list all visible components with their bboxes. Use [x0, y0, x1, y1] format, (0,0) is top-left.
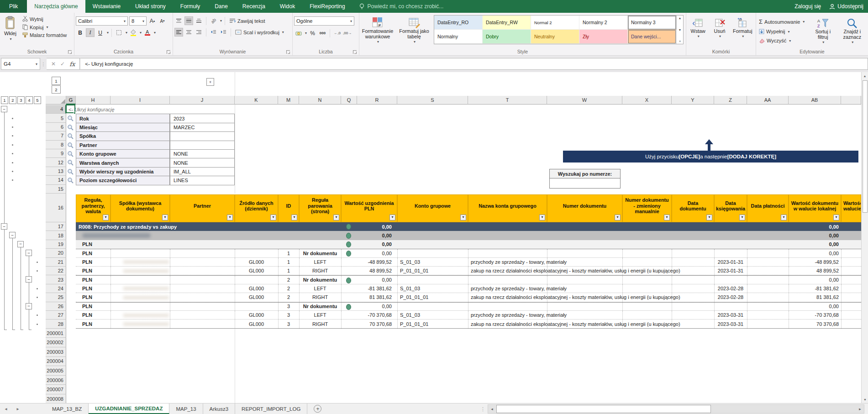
column-header-M[interactable]: M — [278, 96, 299, 105]
wrap-text-button[interactable]: Zawijaj tekst — [228, 18, 267, 24]
cell-H-r22[interactable]: PLN — [76, 267, 110, 275]
row-header-200005[interactable]: 200005 — [46, 366, 66, 376]
column-outline-level-1[interactable]: 1 — [52, 77, 61, 85]
collapse-outline-button[interactable]: − — [1, 106, 7, 112]
accounting-format-button[interactable] — [294, 29, 303, 37]
cell-K-r25[interactable]: GL000 — [235, 293, 278, 301]
dialog-launcher-icon[interactable] — [68, 50, 72, 54]
column-header-K[interactable]: K — [235, 96, 278, 105]
cell-T-r21[interactable]: przychody ze sprzedaży - towary, materia… — [468, 258, 547, 266]
filter-button[interactable]: ▾ — [333, 215, 339, 220]
merge-center-button[interactable]: Scal i wyśrodkuj▾ — [234, 29, 285, 36]
insert-cells-button[interactable]: Wstaw▾ — [688, 16, 708, 41]
style-chip-0[interactable]: DataEntry_RO — [434, 16, 483, 30]
cell-T-r22[interactable]: zakup na rzecz działalności eksploatacyj… — [468, 267, 547, 275]
cell-N-r22[interactable]: RIGHT — [299, 267, 341, 275]
cell-AB-r25[interactable]: 81 381,62 — [789, 293, 841, 301]
select-all-corner[interactable] — [46, 96, 66, 105]
cell-T-r24[interactable]: przychody ze sprzedaży - towary, materia… — [468, 284, 547, 293]
column-header-Q[interactable]: Q — [341, 96, 357, 105]
cell-QR-r28[interactable]: 70 370,68 — [341, 320, 397, 328]
column-header-I[interactable]: I — [110, 96, 170, 105]
gallery-down-icon[interactable]: ▼ — [679, 28, 682, 31]
borders-button[interactable] — [115, 28, 123, 37]
bold-button[interactable]: B — [76, 28, 84, 37]
config-label[interactable]: Konto grupowe — [76, 149, 170, 158]
fill-color-button[interactable] — [129, 28, 137, 37]
cell-AB-r24[interactable]: -81 381,62 — [789, 284, 841, 293]
collapse-outline-button[interactable]: − — [26, 303, 32, 309]
column-header-N[interactable]: N — [299, 96, 341, 105]
cell-H-r24[interactable]: PLN — [76, 284, 110, 293]
cell-QR-r20[interactable]: 0,00 — [341, 249, 397, 257]
horizontal-scrollbar-thumb[interactable] — [496, 405, 711, 413]
ribbon-tab-3[interactable]: Formuły — [173, 0, 207, 13]
row-header-27[interactable]: 27 — [46, 311, 66, 320]
number-format-select[interactable]: Ogólne▾ — [294, 16, 354, 26]
cell-N-r24[interactable]: LEFT — [299, 284, 341, 293]
sheet-tab-2[interactable]: MAP_13 — [169, 404, 203, 414]
cell-H-r26[interactable]: PLN — [76, 303, 110, 310]
sign-in-link[interactable]: Zaloguj się — [794, 3, 821, 10]
cell-K-r28[interactable]: GL000 — [235, 320, 278, 328]
cell-AB-r22[interactable]: 48 899,52 — [789, 267, 841, 275]
cell-QR-r18[interactable]: 0,00 — [341, 231, 397, 240]
cell-Z-r22[interactable]: 2023-01-31 — [714, 267, 747, 275]
filter-button[interactable]: ▾ — [615, 215, 621, 220]
row-header-200003[interactable]: 200003 — [46, 347, 66, 357]
cell-AB-r27[interactable]: -70 370,68 — [789, 311, 841, 319]
decrease-decimal-button[interactable]: ,00→ — [343, 29, 352, 37]
cell-AB-r17[interactable]: 0,00 — [789, 222, 841, 231]
row-outline-level-5[interactable]: 5 — [34, 96, 41, 104]
row-header-22[interactable]: 22 — [46, 267, 66, 275]
filter-button[interactable]: ▾ — [664, 215, 670, 220]
style-chip-3[interactable]: Normalny 2 — [579, 16, 628, 30]
cell-K-r22[interactable]: GL000 — [235, 267, 278, 275]
format-as-table-button[interactable]: Formatuj jako tabelę▾ — [398, 15, 430, 46]
row-outline-level-2[interactable]: 2 — [9, 96, 16, 104]
align-middle-button[interactable] — [184, 16, 193, 25]
style-chip-5[interactable]: Normalny — [434, 30, 483, 44]
cell-N-r23[interactable]: Nr dokumentu — [299, 276, 341, 283]
row-header-200001[interactable]: 200001 — [46, 329, 66, 338]
cell-M-r22[interactable]: 1 — [278, 267, 299, 275]
config-value[interactable] — [170, 141, 235, 150]
cell-T-r28[interactable]: zakup na rzecz działalności eksploatacyj… — [468, 320, 547, 328]
column-header-partial[interactable] — [841, 96, 861, 105]
column-header-AA[interactable]: AA — [747, 96, 789, 105]
delete-cells-button[interactable]: Usuń▾ — [709, 16, 730, 41]
column-header-AB[interactable]: AB — [789, 96, 841, 105]
cell-S-r25[interactable]: P_01_01_01 — [397, 293, 468, 301]
format-cells-button[interactable]: Formatuj▾ — [731, 16, 754, 41]
dialog-launcher-icon[interactable] — [286, 50, 290, 54]
gallery-more-icon[interactable]: ≡ — [679, 40, 681, 43]
cell-Z-r25[interactable]: 2023-02-28 — [714, 293, 747, 301]
fill-button[interactable]: Wypełnij▾ — [758, 28, 806, 35]
table-header-S[interactable]: Konto grupowe▾ — [397, 194, 468, 222]
config-label[interactable]: Wybór wierszy wg uzgodnienia — [76, 167, 170, 176]
cell-H-r20[interactable]: PLN — [76, 249, 110, 257]
cell-M-r28[interactable]: 3 — [278, 320, 299, 328]
row-header-12[interactable]: 12 — [46, 158, 66, 167]
row-header-26[interactable]: 26 — [46, 302, 66, 311]
align-bottom-button[interactable] — [195, 16, 203, 25]
row-outline-level-4[interactable]: 4 — [26, 96, 33, 104]
row-header-7[interactable]: 7 — [46, 131, 66, 140]
config-value[interactable]: MARZEC — [170, 123, 235, 132]
tab-splitter-handle[interactable]: ⋮ — [480, 404, 485, 414]
cell-H-r21[interactable]: PLN — [76, 258, 110, 266]
cell-QR-r21[interactable]: -48 899,52 — [341, 258, 397, 266]
new-sheet-button[interactable]: + — [314, 405, 321, 413]
find-select-button[interactable]: Znajdź i zaznacz▾ — [840, 16, 864, 47]
column-header-R[interactable]: R — [357, 96, 397, 105]
grow-font-button[interactable]: A▴ — [148, 17, 157, 26]
style-chip-9[interactable]: Dane wejści... — [628, 30, 676, 44]
filter-button[interactable]: ▾ — [460, 215, 466, 220]
cell-Z-r27[interactable]: 2023-03-31 — [714, 311, 747, 319]
cell-K-r24[interactable]: GL000 — [235, 284, 278, 293]
table-header-J[interactable]: Partner▾ — [170, 194, 235, 222]
table-row-21[interactable]: PLNGL0001LEFT-48 899,52S_01_03przychody … — [76, 258, 861, 267]
row-header-200004[interactable]: 200004 — [46, 357, 66, 367]
scroll-left-icon[interactable]: ◂ — [488, 405, 496, 413]
ribbon-tab-0[interactable]: Narzędzia główne — [27, 0, 85, 13]
